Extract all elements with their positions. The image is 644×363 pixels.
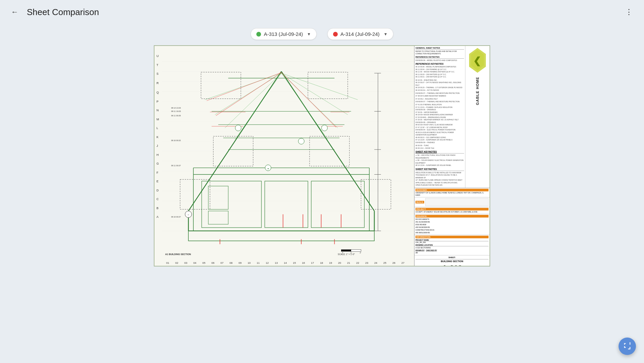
checked-by-value — [426, 252, 437, 254]
col-19: 19 — [326, 261, 335, 264]
checked-by-label: CHECKED BY — [426, 249, 437, 252]
row-label-F: F — [156, 168, 159, 177]
ref-keynotes-heading1: REFERENCE KEYNOTES — [415, 56, 464, 59]
tb-issuance-section: ISSUANCE: DD DOCUMENTS #01 01/15/2009 BS… — [414, 214, 490, 235]
col-25: 25 — [380, 261, 389, 264]
row-label-U: U — [156, 51, 159, 61]
tb-info-rows: PROJECT NAME GAL_BS_000 — [415, 239, 489, 243]
tb-notes-col: GENERAL SHEET NOTES REFER TO STRUCTURAL … — [414, 46, 465, 188]
row-labels: U T S R Q P N M L K J H G F E D C B A — [156, 51, 159, 222]
issuance-rows: DD DOCUMENTS #01 01/15/2009 BS DOE REVIE… — [415, 218, 489, 234]
svg-rect-82 — [351, 249, 361, 251]
col-12: 12 — [263, 261, 272, 264]
back-icon: ← — [11, 8, 18, 16]
more-options-button[interactable]: ⋮ — [623, 5, 636, 19]
sheet2-label: A-314 (Jul-09-24) — [340, 31, 380, 37]
gable-chevron: ❮ — [468, 47, 487, 75]
col-26: 26 — [389, 261, 398, 264]
sheet1-selector[interactable]: A-313 (Jul-09-24) ▼ — [251, 28, 317, 40]
sheet2-chevron-icon: ▼ — [384, 32, 388, 37]
sheet1-chevron-icon: ▼ — [307, 32, 311, 37]
tb-top-section: GENERAL SHEET NOTES REFER TO STRUCTURAL … — [414, 46, 490, 188]
svg-point-65 — [298, 138, 304, 144]
tb-info-section: INFORMATION: PROJECT NAME GAL_BS_000 DRA… — [414, 235, 490, 255]
back-button[interactable]: ← — [8, 5, 21, 19]
general-notes-text: REFER TO STRUCTURAL PLANS AND DETAILS FO… — [415, 50, 464, 55]
title-block: GENERAL SHEET NOTES REFER TO STRUCTURAL … — [414, 46, 490, 266]
svg-point-67 — [235, 125, 241, 131]
header: ← Sheet Comparison ⋮ — [0, 0, 644, 24]
col-02: 02 — [172, 261, 181, 264]
svg-text:❮: ❮ — [473, 56, 481, 66]
row-label-D: D — [156, 186, 159, 194]
drawing-frame: U T S R Q P N M L K J H G F E D C B A — [154, 45, 490, 266]
expand-button[interactable] — [619, 338, 636, 355]
sheet-keynotes-text: INSULATION IN WALLS TO BE INSTALLED TO A… — [415, 172, 464, 187]
tb-logo-col: ❮ GABLE HOME — [465, 46, 490, 188]
row-label-H: H — [156, 150, 159, 159]
col-10: 10 — [245, 261, 254, 264]
drawn-by-value: AB — [415, 252, 425, 254]
col-17: 17 — [308, 261, 317, 264]
blueprint-area: U T S R Q P N M L K J H G F E D C B A — [154, 46, 414, 266]
drawn-by-label: DRAWN BY — [415, 249, 425, 252]
ref-keynotes-items: 06 10 00.06 – MODEL PLAM/VENEER/COMPOSIT… — [415, 66, 464, 149]
information-label: INFORMATION: — [415, 236, 489, 238]
row-label-Q: Q — [156, 88, 159, 97]
svg-text:○: ○ — [188, 213, 189, 216]
main-content: U T S R Q P N M L K J H G F E D C B A — [0, 45, 644, 275]
sheet2-selector[interactable]: A-314 (Jul-09-24) ▼ — [327, 28, 393, 40]
col-22: 22 — [353, 261, 362, 264]
col-21: 21 — [344, 261, 353, 264]
row-label-L: L — [156, 123, 159, 133]
col-labels: 01 02 03 04 05 06 07 08 09 10 11 12 13 1… — [163, 261, 407, 264]
row-label-N: N — [156, 106, 159, 115]
sheet-number: A-313 — [415, 264, 489, 266]
row-label-R: R — [156, 78, 159, 88]
sheet-keynotes-heading1: SHEET KEYNOTES — [415, 150, 464, 154]
col-13: 13 — [272, 261, 281, 264]
svg-text:08 13 13.03: 08 13 13.03 — [171, 107, 181, 109]
sheet1-dot — [256, 32, 261, 37]
row-label-J: J — [156, 141, 159, 150]
general-notes-heading: GENERAL SHEET NOTES — [415, 47, 464, 50]
sheet-label: SHEET: — [415, 256, 489, 259]
tb-sheet-number-section: SHEET: BUILDING SECTION A-313 — [414, 255, 490, 266]
project-label: PROJECT: — [415, 208, 489, 210]
col-05: 05 — [199, 261, 208, 264]
project-name-label: PROJECT NAME — [415, 239, 489, 241]
row-label-G: G — [156, 159, 159, 168]
tb-designer-section: DESIGNER: UNIVERSITY OF ILLINOIS GABLE H… — [414, 188, 490, 197]
issuance-label: ISSUANCE: — [415, 215, 489, 218]
col-08: 08 — [227, 261, 236, 264]
project-value: US DEPT. OF ENERGY SOLAR DECATHLON OCTOB… — [415, 211, 489, 213]
sheet-title: BUILDING SECTION — [415, 260, 489, 262]
row-label-M: M — [156, 115, 159, 123]
svg-text:2': 2' — [360, 252, 361, 254]
sheet-keynotes-items: ⊙ SK – ARCHITECTURAL SOLUTIONS FOR FINIS… — [415, 154, 464, 167]
svg-text:SCALE: 1" = 1'-0": SCALE: 1" = 1'-0" — [338, 253, 355, 255]
row-label-P: P — [156, 97, 159, 106]
header-left: ← Sheet Comparison — [8, 5, 99, 19]
svg-text:●: ● — [267, 167, 269, 170]
sheet1-label: A-313 (Jul-09-24) — [264, 31, 303, 37]
blueprint-svg: ● ○ 08 13 13.03 — [162, 49, 414, 260]
ref-keynotes-text1: DIVISION 06 – MODEL PLASTICS AND COMPOSI… — [415, 59, 464, 62]
svg-text:A1  BUILDING SECTION: A1 BUILDING SECTION — [165, 253, 191, 255]
col-01: 01 — [163, 261, 172, 264]
drawing-location-value: A-313 SECTIONING — [415, 247, 489, 249]
svg-point-66 — [322, 125, 328, 131]
drawing-location-label: DRAWING LOCATION — [415, 244, 489, 246]
row-label-A: A — [156, 212, 159, 222]
ref-keynotes-heading2: REFERENCE KEYNOTES — [415, 63, 464, 65]
col-24: 24 — [371, 261, 380, 264]
col-20: 20 — [335, 261, 344, 264]
sheet-keynotes-heading2: SHEET KEYNOTES — [415, 168, 464, 171]
col-15: 15 — [290, 261, 299, 264]
gable-home-logo-text: GABLE HOME — [475, 77, 479, 105]
designer-value: UNIVERSITY OF ILLINOIS GABLE HOME TEAM 6… — [415, 192, 489, 196]
col-09: 09 — [236, 261, 245, 264]
col-18: 18 — [317, 261, 326, 264]
col-07: 07 — [217, 261, 227, 264]
svg-text:06 11 00.05: 06 11 00.05 — [171, 115, 181, 117]
